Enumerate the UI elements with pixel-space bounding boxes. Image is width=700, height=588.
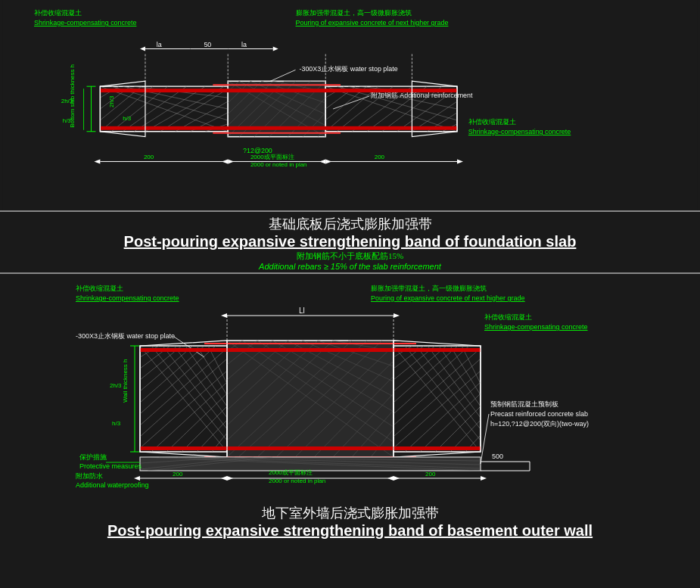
svg-text:200: 200 [375, 154, 385, 160]
svg-text:补偿收缩混凝土: 补偿收缩混凝土 [76, 285, 123, 292]
svg-text:?12@200: ?12@200 [243, 147, 272, 154]
svg-text:Precast reinforced concrete sl: Precast reinforced concrete slab [490, 410, 588, 418]
svg-text:2h/3: 2h/3 [61, 98, 73, 104]
svg-text:Wall thickness h: Wall thickness h [122, 359, 129, 403]
svg-text:200: 200 [425, 471, 436, 478]
svg-rect-0 [2, 0, 697, 210]
bottom-english-title: Post-pouring expansive strengthening ban… [0, 522, 700, 540]
svg-text:Additional waterproofing: Additional waterproofing [76, 481, 149, 489]
svg-text:50: 50 [204, 41, 211, 48]
page-container: 补偿收缩混凝土 Shrinkage-compensating concrete … [0, 0, 700, 588]
svg-text:Shrinkage-compensating concret: Shrinkage-compensating concrete [484, 323, 588, 331]
svg-text:la: la [241, 41, 247, 48]
svg-text:补偿收缩混凝土: 补偿收缩混凝土 [34, 9, 82, 17]
bottom-title-section: 地下室外墙后浇式膨胀加强带 Post-pouring expansive str… [0, 501, 700, 541]
svg-text:预制钢筋混凝土预制板: 预制钢筋混凝土预制板 [490, 400, 558, 408]
top-chinese-title: 基础底板后浇式膨胀加强带 [0, 215, 700, 233]
svg-text:h/3: h/3 [123, 115, 132, 122]
bottom-diagram: 补偿收缩混凝土 Shrinkage-compensating concrete … [0, 274, 700, 501]
svg-rect-75 [100, 126, 457, 130]
svg-text:200: 200 [173, 471, 183, 478]
svg-text:Shrinkage-compensating concret: Shrinkage-compensating concrete [76, 294, 179, 302]
top-english-title: Post-pouring expansive strengthening ban… [0, 233, 700, 250]
svg-text:-300X3止水钢板  water stop plate: -300X3止水钢板 water stop plate [299, 65, 397, 73]
svg-text:Pouring of expansive concrete : Pouring of expansive concrete of next hi… [296, 19, 449, 26]
bottom-chinese-title: 地下室外墙后浇式膨胀加强带 [0, 504, 700, 522]
svg-rect-191 [140, 446, 481, 450]
svg-text:2h/3: 2h/3 [110, 382, 122, 389]
svg-text:2000 or noted in plan: 2000 or noted in plan [269, 478, 325, 484]
svg-text:Shrinkage-compensating concret: Shrinkage-compensating concrete [468, 128, 571, 135]
top-subtitle-cn: 附加钢筋不小于底板配筋15% [0, 250, 700, 262]
svg-text:Ll: Ll [299, 306, 305, 315]
svg-text:200: 200 [144, 154, 154, 160]
svg-text:Pouring of expansive concrete : Pouring of expansive concrete of next hi… [371, 294, 525, 302]
svg-text:2000 or noted in plan: 2000 or noted in plan [250, 161, 307, 168]
top-diagram: 补偿收缩混凝土 Shrinkage-compensating concrete … [0, 0, 700, 212]
svg-text:附加防水: 附加防水 [76, 472, 103, 480]
svg-text:h/3: h/3 [112, 420, 121, 427]
svg-text:500: 500 [492, 453, 503, 460]
svg-text:h=120,?12@200(双向)(two-way): h=120,?12@200(双向)(two-way) [490, 420, 589, 428]
top-subtitle-en: Additional rebars ≥ 15% of the slab rein… [0, 262, 700, 271]
top-title-section: 基础底板后浇式膨胀加强带 Post-pouring expansive stre… [0, 212, 700, 274]
svg-text:Shrinkage-compensating concret: Shrinkage-compensating concrete [34, 19, 136, 26]
svg-text:补偿收缩混凝土: 补偿收缩混凝土 [468, 118, 516, 126]
svg-text:保护措施: 保护措施 [79, 453, 107, 461]
svg-rect-190 [140, 348, 481, 352]
svg-text:补偿收缩混凝土: 补偿收缩混凝土 [484, 313, 532, 321]
svg-text:2000或平面标注: 2000或平面标注 [250, 154, 294, 160]
svg-text:2000或平面标注: 2000或平面标注 [269, 469, 313, 476]
svg-text:h/3: h/3 [63, 117, 72, 124]
svg-rect-74 [100, 89, 457, 92]
svg-text:附加钢筋 Additional reinforcement: 附加钢筋 Additional reinforcement [371, 92, 473, 99]
svg-text:膨胀加强带混凝土，高一级微膨胀浇筑: 膨胀加强带混凝土，高一级微膨胀浇筑 [371, 285, 487, 292]
svg-text:2h/3: 2h/3 [108, 95, 115, 107]
svg-text:-300X3止水钢板  water stop plate: -300X3止水钢板 water stop plate [76, 332, 175, 340]
svg-text:la: la [157, 41, 162, 48]
svg-text:Protective measures: Protective measures [79, 462, 142, 470]
svg-text:膨胀加强带混凝土，高一级微膨胀浇筑: 膨胀加强带混凝土，高一级微膨胀浇筑 [296, 9, 412, 17]
